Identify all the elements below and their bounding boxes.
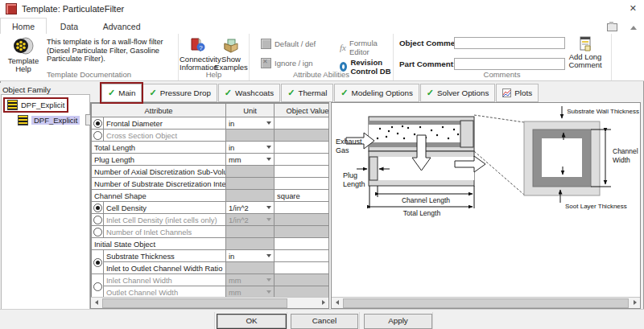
dpf-schematic: Exhaust Gas Plug Length Channel Length T…	[332, 103, 640, 298]
header-unit: Unit	[226, 104, 275, 117]
scroll-right-icon[interactable]	[630, 298, 640, 307]
part-comment-input[interactable]	[454, 58, 565, 70]
value-cell[interactable]	[275, 142, 329, 154]
tab-thermal[interactable]: ✓Thermal	[281, 84, 333, 102]
tab-washcoats[interactable]: ✓Washcoats	[218, 84, 280, 102]
radio-selected[interactable]	[93, 204, 102, 212]
section-label-help: Help	[179, 70, 249, 79]
diagram-hscroll-thumb[interactable]	[343, 298, 629, 308]
value-cell[interactable]	[275, 154, 329, 166]
dropdown-chevron-icon[interactable]	[266, 254, 271, 257]
ok-button[interactable]: OK	[217, 314, 287, 329]
value-cell[interactable]	[275, 238, 329, 250]
table-row: Cross Section Object	[92, 130, 330, 142]
value-cell[interactable]	[275, 117, 329, 130]
soot-layer-thickness-label: Soot Layer Thickness	[565, 203, 627, 210]
radio-selected[interactable]	[93, 258, 102, 267]
unit-cell	[226, 238, 275, 250]
plug-length-label-line2: Length	[343, 180, 365, 188]
unit-cell[interactable]: mm	[226, 154, 275, 166]
dropdown-chevron-icon[interactable]	[266, 158, 271, 161]
tab-modeling-options[interactable]: ✓Modeling Options	[334, 84, 419, 102]
value-cell[interactable]	[275, 130, 329, 142]
ribbon-tab-data[interactable]: Data	[49, 19, 89, 34]
print-icon[interactable]	[607, 23, 617, 31]
scroll-left-icon[interactable]	[91, 298, 101, 307]
ignore-toggle: Ignore / ign	[261, 58, 313, 68]
add-long-comment-button[interactable]: Add Long Comment	[564, 35, 607, 69]
unit-value: mm	[229, 155, 242, 164]
value-cell[interactable]	[275, 214, 329, 226]
table-hscrollbar[interactable]	[91, 297, 328, 308]
dropdown-chevron-icon[interactable]	[266, 278, 271, 282]
cancel-button[interactable]: Cancel	[291, 314, 358, 329]
template-help-button[interactable]: Template Help	[3, 36, 43, 73]
scroll-left-icon[interactable]	[332, 298, 342, 307]
channel-width-label-line2: Width	[613, 156, 630, 164]
ribbon-tab-advanced[interactable]: Advanced	[92, 19, 152, 34]
connectivity-information-button[interactable]: ? Connectivity Information	[180, 36, 215, 72]
tab-pressure-drop[interactable]: ✓Pressure Drop	[142, 84, 217, 102]
tree-node-child[interactable]: DPF_Explicit ...	[18, 114, 99, 125]
object-family-label: Object Family	[2, 85, 51, 94]
unit-cell	[226, 178, 275, 190]
radio-unselected[interactable]	[93, 282, 102, 291]
group-comments: Object Comment: Part Comment: Add Long C…	[393, 34, 612, 80]
unit-value: 1/in^2	[229, 204, 249, 212]
close-icon[interactable]: ✕	[630, 3, 637, 14]
attribute-cell: Substrate Thickness	[104, 250, 226, 262]
unit-cell[interactable]: 1/in^2	[226, 202, 275, 214]
value-cell[interactable]	[275, 178, 329, 190]
value-cell[interactable]	[275, 226, 329, 238]
unit-cell	[226, 166, 275, 178]
value-cell[interactable]	[275, 202, 329, 214]
show-examples-icon	[222, 36, 240, 54]
tree-node-root[interactable]: DPF_Explicit	[5, 99, 67, 111]
unit-value: in	[229, 252, 234, 261]
tab-plots[interactable]: Plots	[496, 84, 539, 102]
attribute-cell: Initial State Object	[92, 238, 226, 250]
collapse-ribbon-icon[interactable]	[630, 26, 637, 30]
radio-selected[interactable]	[93, 119, 102, 128]
dropdown-chevron-icon[interactable]	[266, 218, 271, 221]
tab-main[interactable]: ✓Main	[101, 84, 142, 102]
unit-cell[interactable]: in	[226, 117, 275, 130]
show-examples-label: Show Examples	[214, 56, 248, 72]
diagram-hscrollbar[interactable]	[332, 297, 640, 308]
unit-value: 1/in^2	[229, 216, 249, 224]
value-cell[interactable]: square	[275, 190, 329, 202]
unit-cell[interactable]: in	[226, 142, 275, 154]
unit-cell	[226, 226, 275, 238]
value-cell[interactable]	[275, 250, 329, 262]
object-family-panel: Object Family DPF_Explicit DPF_Explicit …	[0, 83, 89, 309]
radio-unselected[interactable]	[93, 216, 102, 224]
unit-cell	[226, 190, 275, 202]
default-toggle: Default / def	[261, 39, 316, 49]
apply-button[interactable]: Apply	[364, 314, 432, 329]
tab-solver-options[interactable]: ✓Solver Options	[420, 84, 495, 102]
tree-node-root-label: DPF_Explicit	[21, 101, 64, 109]
radio-unselected[interactable]	[93, 131, 102, 140]
scroll-right-icon[interactable]	[318, 298, 328, 307]
dropdown-chevron-icon[interactable]	[266, 206, 271, 209]
value-cell[interactable]	[275, 262, 329, 274]
table-hscroll-thumb[interactable]	[102, 298, 287, 308]
unit-cell[interactable]: mm	[226, 274, 275, 286]
value-cell[interactable]	[275, 274, 329, 286]
unit-cell[interactable]: in	[226, 250, 275, 262]
check-icon: ✓	[225, 89, 232, 97]
value-cell[interactable]	[275, 166, 329, 178]
radio-unselected[interactable]	[93, 228, 102, 236]
radio-cell	[92, 226, 104, 238]
object-comment-input[interactable]	[454, 37, 565, 49]
ribbon-tab-home[interactable]: Home	[0, 18, 47, 35]
unit-cell[interactable]: 1/in^2	[226, 214, 275, 226]
group-attribute-abilities: Default / def fx Formula Editor Ignore /…	[250, 34, 394, 80]
show-examples-button[interactable]: Show Examples	[214, 36, 248, 72]
tab-label: Solver Options	[437, 88, 489, 97]
dropdown-chevron-icon[interactable]	[266, 290, 271, 294]
part-comment-label: Part Comment:	[399, 60, 456, 68]
dropdown-chevron-icon[interactable]	[266, 146, 271, 149]
unit-value: mm	[229, 276, 242, 285]
dropdown-chevron-icon[interactable]	[266, 121, 271, 125]
